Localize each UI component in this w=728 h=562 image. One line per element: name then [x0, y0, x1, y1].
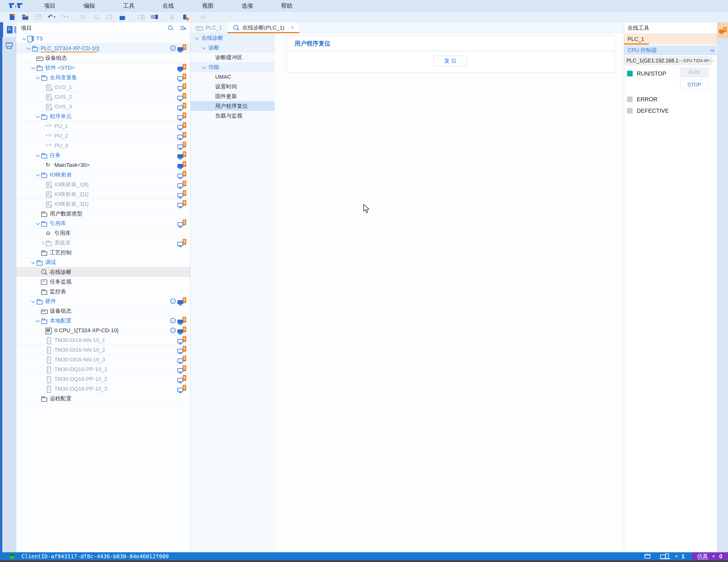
nav-row[interactable]: 诊断缓冲区: [191, 53, 274, 62]
chevron-down-icon[interactable]: [195, 35, 200, 41]
menu-item[interactable]: 选项: [235, 2, 260, 10]
tree-row[interactable]: 设备组态: [16, 306, 190, 316]
nav-row[interactable]: 用户程序复位: [191, 101, 274, 111]
menu-item[interactable]: 视图: [195, 2, 220, 10]
tree-row[interactable]: 监控表: [16, 287, 190, 296]
tree-row[interactable]: 用户数据类型: [16, 209, 190, 219]
cpu-controller-section-header[interactable]: CPU 控制器: [624, 45, 717, 55]
online-plc-icon[interactable]: [717, 23, 728, 38]
tree-row[interactable]: 本地配置✓: [16, 316, 190, 326]
upload-from-plc-button[interactable]: [117, 13, 127, 21]
tree-row[interactable]: TM30-DI16-NN-10_2: [16, 345, 190, 355]
chevron-right-icon[interactable]: [40, 240, 45, 246]
tree-row[interactable]: IO映射表_3[1]: [16, 199, 190, 209]
new-project-button[interactable]: [7, 13, 17, 21]
tree-row[interactable]: TM30-DI16-NN-10_3: [16, 355, 190, 365]
tree-row[interactable]: 在线诊断: [16, 267, 190, 277]
tree-row[interactable]: 设备组态: [16, 53, 190, 63]
tree-row[interactable]: GVS_2: [16, 92, 190, 102]
chevron-down-icon[interactable]: [35, 318, 41, 323]
tree-row[interactable]: 0 CPU_1[T324-XP-CD-10]✓: [16, 326, 190, 335]
editor-tab[interactable]: PLC_1: [191, 22, 227, 33]
tree-row[interactable]: TM30-DQ16-PP-10_1: [16, 365, 190, 374]
simulation-status[interactable]: 仿真 × 0: [692, 552, 728, 560]
chevron-down-icon[interactable]: [201, 65, 207, 70]
redo-button[interactable]: ↷▾: [60, 13, 70, 21]
stop-button[interactable]: STOP: [680, 80, 709, 90]
activity-item-project-explorer[interactable]: [2, 22, 16, 37]
chevron-down-icon[interactable]: [31, 65, 36, 70]
nav-row[interactable]: 负载与监视: [191, 111, 274, 121]
tree-row[interactable]: TM30-DI16-NN-10_1: [16, 335, 190, 345]
tree-row[interactable]: GVS_1: [16, 82, 190, 92]
tree-row[interactable]: GVS_3: [16, 102, 190, 112]
rebuild-button[interactable]: [91, 13, 101, 21]
save-button[interactable]: [33, 13, 43, 21]
tree-row[interactable]: TM30-DQ16-PP-10_3: [16, 384, 190, 394]
tree-row[interactable]: PU_3: [16, 141, 190, 151]
nav-row[interactable]: 固件更新: [191, 92, 274, 101]
tree-row[interactable]: 程序单元: [16, 112, 190, 121]
connect-button[interactable]: [135, 13, 145, 21]
run-button[interactable]: RUN: [680, 68, 709, 77]
menu-item[interactable]: 项目: [37, 2, 62, 10]
tree-row[interactable]: IO映射表: [16, 170, 190, 180]
window-icon[interactable]: [644, 554, 650, 559]
chevron-down-icon[interactable]: [26, 46, 31, 51]
online-device-tab[interactable]: PLC_1: [624, 34, 717, 45]
editor-tab[interactable]: 在线诊断(PLC_1)×: [227, 22, 299, 33]
menu-item[interactable]: 帮助: [274, 2, 299, 10]
nav-row[interactable]: 设置时间: [191, 82, 274, 92]
nav-row[interactable]: 功能: [191, 62, 274, 72]
chevron-down-icon[interactable]: [35, 114, 41, 119]
chevron-down-icon[interactable]: [201, 45, 207, 50]
chevron-down-icon[interactable]: [31, 299, 36, 304]
tree-row[interactable]: 软件 <STD>: [16, 63, 190, 73]
chevron-down-icon[interactable]: [35, 75, 41, 80]
undo-button[interactable]: ↶▾: [46, 13, 57, 21]
tree-row[interactable]: PU_2: [16, 131, 190, 141]
tree-row[interactable]: 引用库: [16, 219, 190, 228]
chevron-down-icon[interactable]: [35, 172, 41, 177]
tree-row[interactable]: 远程配置: [16, 394, 190, 403]
menu-item[interactable]: 编辑: [77, 2, 102, 10]
chevron-down-icon[interactable]: [31, 260, 36, 265]
tree-row[interactable]: TM30-DQ16-PP-10_2: [16, 374, 190, 384]
tree-row[interactable]: MainTask<30>: [16, 160, 190, 170]
tree-row[interactable]: 任务: [16, 151, 190, 160]
monitor-button[interactable]: [148, 13, 159, 21]
chevron-down-icon[interactable]: [35, 153, 41, 158]
tree-row[interactable]: IO映射表_1[8]: [16, 180, 190, 189]
activity-item-network-devices[interactable]: [2, 37, 16, 52]
tree-row[interactable]: PU_1: [16, 121, 190, 131]
nav-row[interactable]: 在线诊断: [191, 33, 274, 43]
close-icon[interactable]: ×: [291, 24, 294, 31]
tree-row[interactable]: IO映射表_2[1]: [16, 189, 190, 199]
chevron-down-icon[interactable]: [35, 221, 41, 226]
device-address-row[interactable]: PLC_1(GE1:192.168.1··· CPU T324-XP-···: [624, 56, 713, 65]
tree-row[interactable]: 硬件✓: [16, 296, 190, 306]
tree-row[interactable]: 引用库: [16, 228, 190, 238]
search-icon[interactable]: [167, 25, 174, 31]
menu-item[interactable]: 在线: [156, 2, 181, 10]
tree-row[interactable]: 调试: [16, 258, 190, 267]
tree-row[interactable]: 全局变量集: [16, 73, 190, 82]
compile-button[interactable]: [78, 13, 88, 21]
nav-row[interactable]: UMAC: [191, 72, 274, 82]
tree-row[interactable]: 任务监视: [16, 277, 190, 287]
tree-row[interactable]: 工艺控制: [16, 248, 190, 258]
filter-icon[interactable]: [180, 25, 186, 31]
open-project-button[interactable]: [20, 13, 30, 21]
cross-reference-button[interactable]: ⇄: [197, 13, 208, 21]
stop-plc-button[interactable]: [179, 13, 190, 21]
tree-row[interactable]: PLC_1[T324-XP-CD-10]✓: [16, 43, 190, 53]
tree-row[interactable]: TS: [16, 34, 190, 43]
nav-row[interactable]: 诊断: [191, 43, 274, 53]
tree-row[interactable]: 系统库: [16, 238, 190, 248]
pc-plc-connection-icon[interactable]: [660, 553, 670, 559]
reset-button[interactable]: 复 位: [434, 56, 467, 66]
chevron-down-icon[interactable]: [22, 36, 27, 41]
start-plc-button[interactable]: [166, 13, 177, 21]
menu-item[interactable]: 工具: [116, 2, 141, 10]
download-to-plc-button[interactable]: [104, 13, 114, 21]
